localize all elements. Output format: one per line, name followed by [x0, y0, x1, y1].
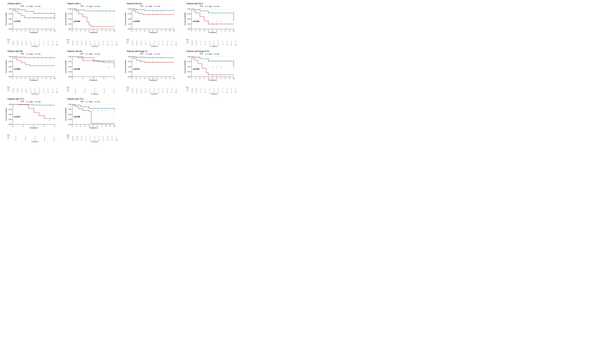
legend: Risk high low	[122, 5, 178, 7]
risk-value: 1	[49, 138, 59, 139]
risk-label-low: low	[67, 42, 71, 44]
risk-value: 0	[165, 41, 169, 42]
risk-value: 13	[20, 42, 24, 44]
risk-label-low: low	[7, 138, 11, 139]
survival-chart: 0 1 2 3 4 5 6 7 8 9 10 1.00 0.75 0.50	[64, 8, 116, 33]
svg-text:p=0.296: p=0.296	[74, 68, 80, 70]
svg-text:0.00: 0.00	[9, 28, 12, 30]
svg-text:Survival probability: Survival probability	[5, 108, 7, 121]
risk-value: 7	[20, 88, 24, 90]
svg-text:0.50: 0.50	[9, 18, 12, 20]
risk-value: 1	[42, 90, 46, 91]
svg-text:2: 2	[200, 30, 201, 32]
risk-value: 5	[139, 88, 143, 90]
risk-value: 1	[225, 42, 229, 44]
risk-label-high: high	[67, 88, 71, 90]
svg-text:4: 4	[148, 78, 149, 79]
risk-value: 0	[37, 88, 41, 90]
risk-value: 3	[90, 88, 99, 90]
legend-high-line	[205, 6, 208, 7]
svg-text:p=0.011: p=0.011	[14, 116, 20, 118]
risk-value: 2	[28, 42, 33, 44]
risk-value: 0	[161, 41, 165, 42]
risk-value: 0	[234, 88, 238, 90]
legend-low-line	[153, 54, 157, 54]
svg-text:9: 9	[229, 30, 230, 32]
svg-text:0.75: 0.75	[68, 61, 71, 62]
risk-value: 1	[42, 42, 46, 44]
risk-value: 1	[156, 42, 161, 44]
svg-text:0.75: 0.75	[128, 13, 131, 15]
svg-text:0.75: 0.75	[68, 108, 71, 110]
chart-area: 0 1 2 3 4 5 6 7 8 9 10 1.00 0.75 0.50	[122, 55, 178, 86]
risk-value: 5	[20, 41, 24, 42]
risk-value: 5	[90, 90, 99, 91]
risk-value: 0	[55, 41, 59, 42]
svg-text:1: 1	[195, 30, 196, 32]
risk-label-low: low	[126, 42, 130, 44]
legend-high-label: high	[89, 53, 92, 55]
svg-text:8: 8	[46, 78, 47, 79]
risk-value: 2	[33, 90, 37, 91]
svg-text:0.00: 0.00	[9, 76, 12, 78]
svg-text:p=0.035: p=0.035	[193, 20, 199, 22]
survival-chart: 0 1 2 3 4 1.00 0.75 0.50 0.25 0.00 Survi…	[5, 103, 56, 129]
risk-table: Risk high 168510000000 low 3023121140000…	[122, 87, 178, 95]
legend-low-line	[94, 6, 97, 7]
risk-table: Risk high 54331 low 86541 01234 Time(yea…	[62, 87, 119, 95]
svg-text:10: 10	[173, 78, 175, 79]
panel-title: Patients with N1-2	[181, 2, 238, 5]
svg-text:0: 0	[12, 78, 13, 79]
svg-text:2: 2	[140, 78, 141, 79]
risk-value: 1	[101, 42, 105, 44]
svg-text:5: 5	[212, 30, 213, 32]
svg-text:Survival probability: Survival probability	[184, 60, 186, 73]
risk-value: 17	[194, 41, 199, 42]
risk-xlabel: Time(years)	[7, 141, 59, 142]
svg-text:10: 10	[54, 78, 56, 79]
svg-text:8: 8	[165, 78, 166, 79]
svg-text:2: 2	[21, 78, 21, 79]
risk-label-low: low	[186, 90, 190, 91]
chart-area: 0 1 2 3 4 5 6 7 8 9 10 1.00 0.75 0.50	[2, 8, 59, 38]
svg-text:8: 8	[165, 30, 166, 32]
legend-low-label: low	[98, 53, 100, 55]
risk-value: 32	[130, 42, 135, 44]
svg-text:9: 9	[50, 30, 51, 32]
risk-label-high: high	[126, 41, 130, 42]
legend-high-label: high	[149, 6, 152, 7]
risk-value: 0	[212, 88, 216, 90]
risk-value: 6	[199, 41, 203, 42]
legend-low-line	[94, 54, 97, 54]
risk-value: 8	[135, 41, 139, 42]
svg-text:0: 0	[132, 78, 132, 79]
risk-value: 1	[33, 42, 37, 44]
risk-value: 0	[225, 88, 229, 90]
legend: Risk high low	[62, 53, 119, 55]
svg-text:0.25: 0.25	[68, 23, 71, 25]
svg-text:0.00: 0.00	[68, 76, 71, 78]
legend-low-label: low	[38, 53, 41, 55]
svg-text:10: 10	[54, 30, 56, 32]
legend-low-line	[34, 102, 38, 102]
legend-low-label: low	[157, 53, 160, 55]
svg-text:0.75: 0.75	[188, 61, 191, 62]
risk-value: 0	[156, 41, 161, 42]
risk-value: 6	[79, 41, 84, 42]
svg-text:0.50: 0.50	[9, 114, 12, 115]
chart-area: 0 1 2 3 4 5 6 7 8 9 10 1.00 0.75 0.50	[62, 103, 119, 134]
risk-value: 0	[46, 88, 50, 90]
risk-xlabel: Time(years)	[7, 93, 59, 95]
panel-p8: Patients with T1-2 Risk high low 0 1 2	[2, 97, 60, 143]
svg-text:5: 5	[33, 30, 34, 32]
survival-chart: 0 1 2 3 4 5 6 7 8 9 10 1.00 0.75 0.50	[184, 8, 235, 33]
legend: Risk high low	[62, 101, 119, 103]
risk-text: Risk	[21, 53, 24, 54]
legend: Risk high low	[2, 5, 59, 7]
svg-text:0.00: 0.00	[188, 76, 191, 78]
svg-text:1.00: 1.00	[128, 8, 131, 10]
svg-text:8: 8	[46, 30, 47, 32]
svg-text:0.25: 0.25	[68, 71, 71, 73]
risk-label-high: high	[7, 41, 11, 42]
risk-value: 0	[212, 41, 216, 42]
